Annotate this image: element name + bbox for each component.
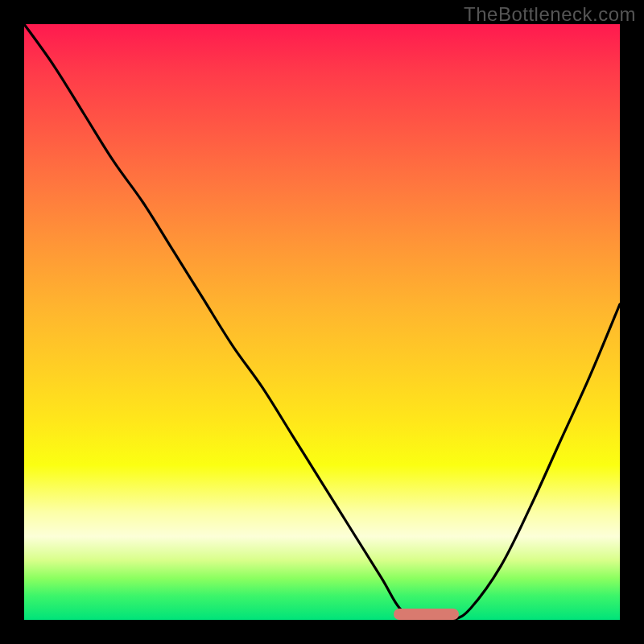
chart-frame: TheBottleneck.com bbox=[0, 0, 644, 644]
plot-area bbox=[24, 24, 620, 620]
bottleneck-curve bbox=[24, 24, 620, 620]
watermark-text: TheBottleneck.com bbox=[464, 3, 636, 26]
optimal-range-marker bbox=[394, 609, 459, 620]
